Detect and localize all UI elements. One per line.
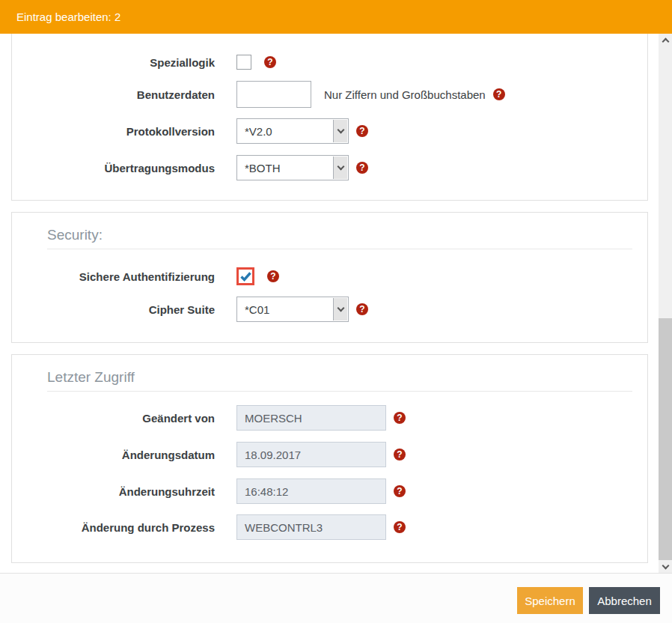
cipher-suite-help-icon[interactable]: ?	[356, 303, 368, 315]
form-row-aenderung-durch-prozess: Änderung durch Prozess WEBCONTRL3 ?	[12, 514, 647, 540]
chevron-down-icon	[333, 120, 347, 142]
aenderung-durch-prozess-field: WEBCONTRL3	[236, 514, 386, 540]
aenderungsuhrzeit-label: Änderungsuhrzeit	[12, 485, 215, 498]
aenderung-durch-prozess-label: Änderung durch Prozess	[12, 521, 215, 534]
benutzerdaten-input[interactable]	[236, 81, 311, 108]
form-row-cipher-suite: Cipher Suite *C01 ?	[12, 297, 647, 322]
geaendert-von-label: Geändert von	[12, 412, 215, 425]
chevron-down-icon	[662, 562, 669, 569]
security-card: Security: Sichere Authentifizierung ? Ci…	[11, 212, 648, 343]
section-divider	[47, 249, 632, 249]
geaendert-von-help-icon[interactable]: ?	[394, 412, 406, 424]
uebertragungsmodus-select[interactable]: *BOTH	[236, 155, 349, 180]
benutzerdaten-help-icon[interactable]: ?	[493, 88, 505, 100]
sichere-authentifizierung-help-icon[interactable]: ?	[267, 270, 279, 282]
sichere-authentifizierung-label: Sichere Authentifizierung	[12, 270, 215, 283]
chevron-up-icon	[662, 38, 669, 46]
modal-footer: Speichern Abbrechen	[0, 573, 672, 623]
benutzerdaten-label: Benutzerdaten	[12, 88, 215, 101]
aenderungsuhrzeit-field: 16:48:12	[236, 478, 386, 504]
protokollversion-help-icon[interactable]: ?	[356, 125, 368, 137]
uebertragungsmodus-select-value: *BOTH	[237, 162, 281, 174]
aenderungsdatum-label: Änderungsdatum	[12, 449, 215, 461]
cancel-button[interactable]: Abbrechen	[589, 587, 660, 614]
speziallogik-label: Speziallogik	[12, 56, 215, 69]
chevron-down-icon	[333, 156, 347, 179]
form-row-uebertragungsmodus: Übertragungsmodus *BOTH ?	[12, 155, 647, 180]
aenderung-durch-prozess-help-icon[interactable]: ?	[394, 521, 406, 533]
form-row-sichere-authentifizierung: Sichere Authentifizierung ?	[12, 267, 647, 286]
geaendert-von-field: MOERSCH	[236, 405, 386, 431]
last-access-card: Letzter Zugriff Geändert von MOERSCH ? Ä…	[11, 354, 648, 563]
modal-title: Eintrag bearbeiten: 2	[16, 10, 120, 23]
vertical-scrollbar[interactable]	[659, 34, 672, 573]
section-divider	[47, 391, 632, 392]
uebertragungsmodus-label: Übertragungsmodus	[12, 162, 215, 174]
benutzerdaten-hint: Nur Ziffern und Großbuchstaben	[324, 88, 486, 101]
protokollversion-label: Protokollversion	[12, 125, 215, 138]
uebertragungsmodus-help-icon[interactable]: ?	[356, 162, 368, 174]
form-row-speziallogik: Speziallogik ?	[12, 55, 647, 70]
form-row-geaendert-von: Geändert von MOERSCH ?	[12, 405, 647, 431]
speziallogik-help-icon[interactable]: ?	[264, 56, 276, 68]
modal-header: Eintrag bearbeiten: 2	[0, 0, 672, 34]
form-row-aenderungsdatum: Änderungsdatum 18.09.2017 ?	[12, 442, 647, 467]
protokollversion-select[interactable]: *V2.0	[236, 118, 349, 144]
last-access-heading: Letzter Zugriff	[12, 368, 647, 387]
protokollversion-select-value: *V2.0	[237, 125, 272, 138]
aenderungsdatum-field: 18.09.2017	[236, 442, 386, 467]
form-row-protokollversion: Protokollversion *V2.0 ?	[12, 118, 647, 144]
general-settings-card: Speziallogik ? Benutzerdaten Nur Ziffern…	[11, 34, 648, 201]
security-heading: Security:	[12, 225, 647, 245]
cipher-suite-select[interactable]: *C01	[236, 297, 349, 322]
scrollbar-down-button[interactable]	[659, 560, 672, 573]
aenderungsdatum-help-icon[interactable]: ?	[394, 449, 406, 461]
modal-body: Speziallogik ? Benutzerdaten Nur Ziffern…	[0, 34, 672, 573]
edit-entry-dialog: Eintrag bearbeiten: 2 Speziallogik ? Ben…	[0, 0, 672, 623]
save-button[interactable]: Speichern	[517, 587, 583, 614]
checkmark-icon	[240, 272, 251, 282]
chevron-down-icon	[333, 298, 347, 320]
sichere-authentifizierung-checkbox[interactable]	[236, 267, 254, 285]
speziallogik-checkbox[interactable]	[236, 55, 251, 70]
scrollbar-up-button[interactable]	[659, 34, 672, 46]
scrollbar-thumb[interactable]	[659, 318, 672, 560]
form-row-benutzerdaten: Benutzerdaten Nur Ziffern und Großbuchst…	[12, 81, 647, 108]
aenderungsuhrzeit-help-icon[interactable]: ?	[394, 485, 406, 497]
cipher-suite-label: Cipher Suite	[12, 303, 215, 316]
form-row-aenderungsuhrzeit: Änderungsuhrzeit 16:48:12 ?	[12, 478, 647, 504]
cipher-suite-select-value: *C01	[237, 303, 269, 316]
